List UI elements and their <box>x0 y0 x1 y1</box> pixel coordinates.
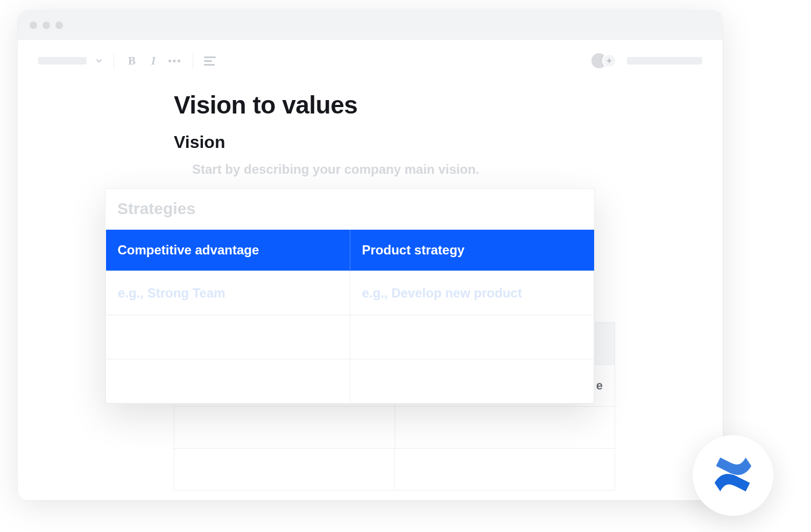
chevron-down-icon[interactable] <box>95 57 103 65</box>
add-collaborator-button[interactable]: + <box>602 54 616 68</box>
table-row[interactable] <box>106 315 594 359</box>
more-formatting-button[interactable]: ••• <box>168 55 182 67</box>
table-row[interactable] <box>174 449 615 491</box>
collaborators[interactable]: + <box>591 53 616 68</box>
strategies-col-product[interactable]: Product strategy <box>350 230 594 271</box>
page-title[interactable]: Vision to values <box>174 90 690 119</box>
table-row[interactable] <box>174 407 615 449</box>
strategies-col-competitive[interactable]: Competitive advantage <box>106 230 350 271</box>
toolbar-left-group: B I ••• <box>38 53 216 69</box>
traffic-light-zoom-icon[interactable] <box>55 22 63 29</box>
strategies-card[interactable]: Strategies Competitive advantage Product… <box>105 188 595 404</box>
bold-button[interactable]: B <box>125 54 139 68</box>
publish-button-placeholder[interactable] <box>627 57 702 65</box>
strategies-card-title: Strategies <box>105 189 594 230</box>
traffic-light-minimize-icon[interactable] <box>43 22 50 29</box>
confluence-logo-badge <box>693 435 773 516</box>
table-row[interactable] <box>106 359 594 403</box>
confluence-icon <box>710 452 756 499</box>
toolbar-right-group: + <box>591 53 702 68</box>
italic-button[interactable]: I <box>146 54 160 68</box>
strategies-cell-placeholder-2[interactable]: e.g., Develop new product <box>350 271 594 315</box>
strategies-table[interactable]: Competitive advantage Product strategy e… <box>105 230 594 403</box>
strategies-cell-placeholder-1[interactable]: e.g., Strong Team <box>106 271 350 315</box>
align-left-icon[interactable] <box>204 56 216 66</box>
vision-placeholder-text[interactable]: Start by describing your company main vi… <box>192 162 690 177</box>
window-titlebar <box>18 11 723 40</box>
editor-toolbar: B I ••• + <box>18 40 723 74</box>
bg-table-cell-label: e <box>596 379 603 392</box>
table-row[interactable]: e.g., Strong Team e.g., Develop new prod… <box>106 271 594 315</box>
toolbar-divider <box>114 53 114 69</box>
toolbar-divider <box>193 53 193 69</box>
section-heading-vision[interactable]: Vision <box>174 132 690 152</box>
style-selector-placeholder[interactable] <box>38 57 87 65</box>
traffic-light-close-icon[interactable] <box>30 22 37 29</box>
